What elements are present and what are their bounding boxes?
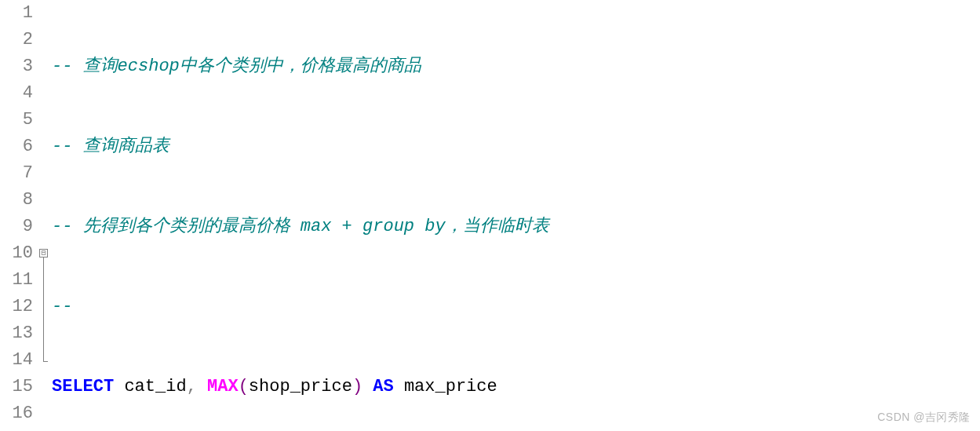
line-number: 10 bbox=[0, 240, 33, 267]
code-editor[interactable]: 1 2 3 4 5 6 7 8 9 10 11 12 13 14 15 16 ⊟… bbox=[0, 0, 980, 431]
identifier: cat_id bbox=[114, 377, 186, 396]
code-area[interactable]: -- 查询ecshop中各个类别中，价格最高的商品 -- 查询商品表 -- 先得… bbox=[52, 0, 980, 431]
comma: , bbox=[187, 377, 197, 396]
comment: -- 查询ecshop中各个类别中，价格最高的商品 bbox=[52, 57, 421, 76]
line-number: 7 bbox=[0, 160, 33, 187]
line-number: 8 bbox=[0, 187, 33, 214]
identifier: max_price bbox=[394, 377, 497, 396]
line-number: 2 bbox=[0, 27, 33, 53]
line-number: 16 bbox=[0, 400, 33, 427]
code-line[interactable]: -- 先得到各个类别的最高价格 max + group by，当作临时表 bbox=[52, 214, 980, 240]
line-number: 12 bbox=[0, 294, 33, 320]
code-line[interactable]: -- 查询ecshop中各个类别中，价格最高的商品 bbox=[52, 53, 980, 80]
code-line[interactable]: SELECT cat_id, MAX(shop_price) AS max_pr… bbox=[52, 374, 980, 400]
keyword-select: SELECT bbox=[52, 377, 114, 396]
code-line[interactable]: -- 查询商品表 bbox=[52, 133, 980, 160]
line-number: 9 bbox=[0, 214, 33, 240]
line-number: 13 bbox=[0, 320, 33, 347]
keyword-as: AS bbox=[373, 377, 393, 396]
comment: -- 先得到各个类别的最高价格 max + group by，当作临时表 bbox=[52, 217, 549, 236]
line-number: 1 bbox=[0, 0, 33, 27]
line-number: 4 bbox=[0, 80, 33, 107]
line-number: 14 bbox=[0, 347, 33, 374]
lparen: ( bbox=[239, 377, 249, 396]
fold-guide-line bbox=[43, 258, 44, 362]
line-number: 5 bbox=[0, 107, 33, 133]
rparen: ) bbox=[352, 377, 362, 396]
identifier: shop_price bbox=[249, 377, 352, 396]
line-number: 6 bbox=[0, 133, 33, 160]
line-number-gutter: 1 2 3 4 5 6 7 8 9 10 11 12 13 14 15 16 bbox=[0, 0, 38, 431]
fold-toggle-icon[interactable]: ⊟ bbox=[39, 249, 48, 258]
line-number: 11 bbox=[0, 267, 33, 294]
fold-end-icon bbox=[43, 361, 48, 362]
line-number: 3 bbox=[0, 53, 33, 80]
comment: -- bbox=[52, 297, 83, 316]
line-number: 15 bbox=[0, 374, 33, 400]
watermark: CSDN @吉冈秀隆 bbox=[877, 411, 971, 425]
fold-column: ⊟ bbox=[38, 0, 52, 431]
comment: -- 查询商品表 bbox=[52, 137, 169, 156]
function-max: MAX bbox=[207, 377, 239, 396]
code-line[interactable]: -- bbox=[52, 294, 980, 320]
